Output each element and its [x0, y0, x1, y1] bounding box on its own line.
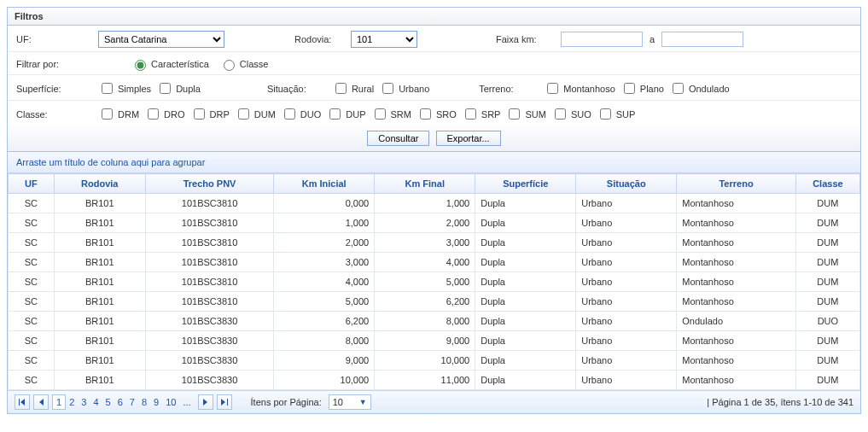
col-header-classe[interactable]: Classe [795, 174, 859, 194]
superficie-opt-simples[interactable]: Simples [98, 80, 151, 96]
table-row[interactable]: SCBR101101BSC38103,0004,000DuplaUrbanoMo… [9, 253, 860, 272]
terreno-opt-ondulado[interactable]: Ondulado [669, 80, 730, 96]
cell: 5,000 [274, 292, 375, 312]
classe-opt-dum-checkbox[interactable] [238, 108, 249, 120]
pager-page-1[interactable]: 1 [52, 394, 66, 410]
cell: Urbano [576, 312, 677, 331]
consultar-button[interactable]: Consultar [367, 131, 429, 146]
exportar-button[interactable]: Exportar... [436, 131, 501, 146]
col-header-uf[interactable]: UF [9, 174, 55, 194]
cell: Urbano [576, 331, 677, 351]
pager-page-9[interactable]: 9 [150, 395, 162, 409]
pager-next-button[interactable] [198, 394, 213, 410]
classe-opt-drm[interactable]: DRM [98, 106, 139, 122]
col-header-superficie[interactable]: Superfície [475, 174, 576, 194]
classe-opt-dup-checkbox[interactable] [329, 108, 341, 120]
classe-opt-srm[interactable]: SRM [371, 106, 411, 122]
classe-opt-srp-checkbox[interactable] [465, 108, 476, 120]
superficie-opt-dupla-checkbox[interactable] [160, 83, 171, 94]
pager-page-6[interactable]: 6 [114, 395, 126, 409]
pager-last-button[interactable] [217, 394, 232, 410]
table-row[interactable]: SCBR101101BSC383010,00011,000DuplaUrbano… [9, 371, 860, 390]
table-row[interactable]: SCBR101101BSC38101,0002,000DuplaUrbanoMo… [9, 213, 860, 233]
terreno-opt-plano[interactable]: Plano [620, 80, 664, 96]
classe-opt-sum[interactable]: SUM [505, 106, 545, 122]
table-row[interactable]: SCBR101101BSC38105,0006,200DuplaUrbanoMo… [9, 292, 860, 312]
classe-opt-dro[interactable]: DRO [144, 106, 184, 122]
classe-opt-drp-checkbox[interactable] [194, 108, 205, 120]
pager-page-10[interactable]: 10 [162, 395, 179, 409]
radio-caracteristica-input[interactable] [135, 60, 146, 71]
radio-caracteristica[interactable]: Característica [131, 57, 209, 71]
classe-opt-dum[interactable]: DUM [235, 106, 276, 122]
classe-opt-dro-checkbox[interactable] [148, 108, 159, 120]
classe-opt-suo[interactable]: SUO [551, 106, 591, 122]
uf-select[interactable]: Santa Catarina [98, 31, 224, 48]
table-row[interactable]: SCBR101101BSC38102,0003,000DuplaUrbanoMo… [9, 233, 860, 253]
cell: Urbano [576, 194, 677, 213]
table-row[interactable]: SCBR101101BSC38100,0001,000DuplaUrbanoMo… [9, 194, 860, 213]
pager-page-8[interactable]: 8 [138, 395, 150, 409]
col-header-terreno[interactable]: Terreno [677, 174, 796, 194]
classe-opt-sro[interactable]: SRO [417, 106, 457, 122]
cell: 0,000 [274, 194, 375, 213]
table-row[interactable]: SCBR101101BSC38308,0009,000DuplaUrbanoMo… [9, 331, 860, 351]
group-by-bar[interactable]: Arraste um título de coluna aqui para ag… [8, 152, 860, 173]
terreno-opt-plano-checkbox[interactable] [624, 83, 635, 94]
classe-opt-drp[interactable]: DRP [190, 106, 230, 122]
terreno-opt-montanhoso[interactable]: Montanhoso [544, 80, 615, 96]
situacao-opt-urbano-checkbox[interactable] [382, 83, 393, 94]
rodovia-select[interactable]: 101 [351, 31, 417, 48]
cell: 101BSC3830 [145, 371, 273, 390]
superficie-opt-simples-checkbox[interactable] [102, 83, 113, 94]
classe-opt-duo[interactable]: DUO [281, 106, 321, 122]
situacao-opt-urbano[interactable]: Urbano [379, 80, 429, 96]
classe-opt-srm-checkbox[interactable] [375, 108, 386, 120]
classe-opt-drm-checkbox[interactable] [102, 108, 113, 120]
page-size-select[interactable]: 10 ▼ [329, 394, 371, 410]
table-row[interactable]: SCBR101101BSC38104,0005,000DuplaUrbanoMo… [9, 272, 860, 292]
col-header-km-final[interactable]: Km Final [375, 174, 475, 194]
pager-page-...[interactable]: ... [179, 395, 194, 409]
situacao-opt-rural-checkbox[interactable] [335, 83, 347, 94]
cell: 101BSC3810 [145, 253, 273, 272]
classe-opt-sum-checkbox[interactable] [509, 108, 520, 120]
classe-opt-srp[interactable]: SRP [462, 106, 501, 122]
prev-page-icon [38, 399, 44, 406]
col-header-rodovia[interactable]: Rodovia [54, 174, 145, 194]
cell: SC [9, 272, 55, 292]
faixa-km-to-input[interactable] [661, 32, 743, 47]
table-row[interactable]: SCBR101101BSC38309,00010,000DuplaUrbanoM… [9, 351, 860, 371]
pager-page-4[interactable]: 4 [90, 395, 102, 409]
radio-classe-input[interactable] [224, 60, 235, 71]
superficie-opt-dupla[interactable]: Dupla [156, 80, 201, 96]
cell: BR101 [54, 272, 145, 292]
col-header-trecho[interactable]: Trecho PNV [145, 174, 273, 194]
radio-classe[interactable]: Classe [219, 57, 269, 71]
classe-opt-dup[interactable]: DUP [326, 106, 365, 122]
cell: 101BSC3810 [145, 194, 273, 213]
cell: SC [9, 233, 55, 253]
cell: Montanhoso [677, 233, 796, 253]
terreno-opt-montanhoso-checkbox[interactable] [547, 83, 558, 94]
pager-prev-button[interactable] [33, 394, 49, 410]
col-header-situacao[interactable]: Situação [576, 174, 677, 194]
classe-opt-suo-checkbox[interactable] [555, 108, 566, 120]
results-grid: UF Rodovia Trecho PNV Km Inicial Km Fina… [8, 173, 860, 390]
classe-opt-sup-checkbox[interactable] [600, 108, 611, 120]
pager-page-7[interactable]: 7 [126, 395, 138, 409]
table-row[interactable]: SCBR101101BSC38306,2008,000DuplaUrbanoOn… [9, 312, 860, 331]
pager-page-2[interactable]: 2 [66, 395, 78, 409]
faixa-km-from-input[interactable] [561, 32, 643, 47]
classe-opt-sro-checkbox[interactable] [420, 108, 431, 120]
label-classe: Classe: [16, 109, 93, 120]
terreno-opt-ondulado-checkbox[interactable] [673, 83, 684, 94]
col-header-km-inicial[interactable]: Km Inicial [274, 174, 375, 194]
classe-opt-sup[interactable]: SUP [597, 106, 636, 122]
situacao-opt-rural[interactable]: Rural [332, 80, 374, 96]
classe-opt-duo-checkbox[interactable] [284, 108, 295, 120]
pager-page-3[interactable]: 3 [78, 395, 90, 409]
pager-info: | Página 1 de 35, ítens 1-10 de 341 [707, 397, 853, 407]
pager-first-button[interactable] [15, 394, 30, 410]
pager-page-5[interactable]: 5 [102, 395, 114, 409]
